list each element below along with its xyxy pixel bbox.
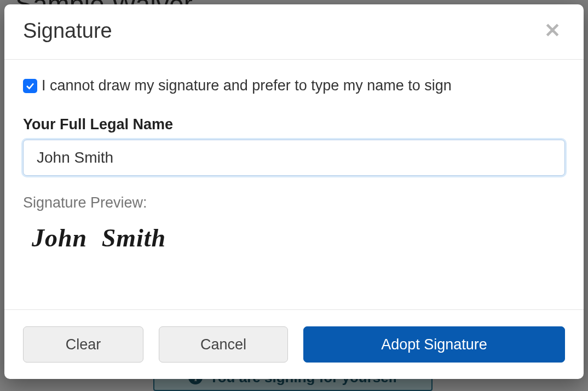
checkbox-checked-icon[interactable] — [23, 79, 37, 93]
signature-preview-label: Signature Preview: — [23, 194, 565, 211]
checkbox-label: I cannot draw my signature and prefer to… — [42, 77, 452, 94]
modal-footer: Clear Cancel Adopt Signature — [4, 309, 584, 379]
modal-title: Signature — [23, 19, 112, 43]
type-signature-option[interactable]: I cannot draw my signature and prefer to… — [23, 77, 565, 94]
adopt-signature-button[interactable]: Adopt Signature — [303, 326, 565, 363]
signature-modal: Signature ✕ I cannot draw my signature a… — [4, 4, 584, 379]
signature-preview: John Smith — [23, 221, 565, 255]
modal-body: I cannot draw my signature and prefer to… — [4, 60, 584, 309]
full-legal-name-input[interactable] — [23, 140, 565, 176]
clear-button[interactable]: Clear — [23, 326, 143, 363]
close-icon[interactable]: ✕ — [540, 19, 565, 43]
modal-header: Signature ✕ — [4, 4, 584, 60]
name-field-label: Your Full Legal Name — [23, 116, 565, 133]
cancel-button[interactable]: Cancel — [159, 326, 288, 363]
